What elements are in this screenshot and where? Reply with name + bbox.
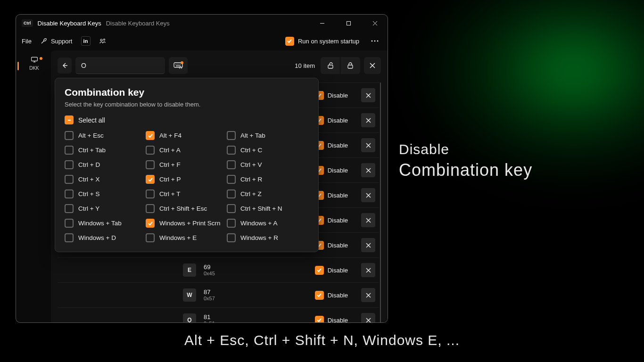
checkbox-unchecked-icon (227, 189, 236, 198)
key-hex: 0x51 (204, 321, 246, 323)
combo-label: Windows + Print Scrn (159, 220, 220, 227)
svg-point-14 (180, 64, 181, 65)
svg-point-13 (178, 64, 179, 65)
combo-item[interactable]: Windows + R (227, 233, 308, 242)
combo-item[interactable]: Ctrl + Z (227, 189, 308, 198)
side-line1: Disable (399, 141, 532, 157)
row-close-button[interactable] (361, 263, 375, 277)
back-button[interactable] (58, 58, 72, 74)
clear-button[interactable] (364, 57, 381, 74)
combo-label: Ctrl + V (240, 161, 262, 168)
row-close-button[interactable] (361, 288, 375, 302)
checkbox-checked-icon (315, 266, 324, 275)
combo-item[interactable]: Ctrl + P (146, 175, 227, 184)
row-close-button[interactable] (361, 213, 375, 227)
disable-toggle[interactable]: Disable (315, 91, 348, 100)
key-info: 810x51 (204, 313, 246, 323)
combo-item[interactable]: Alt + Tab (227, 131, 308, 140)
disable-toggle[interactable]: Disable (315, 116, 348, 125)
key-code: 87 (204, 288, 246, 296)
row-close-button[interactable] (361, 163, 375, 177)
disable-toggle[interactable]: Disable (315, 216, 348, 225)
combo-item[interactable]: Ctrl + T (146, 189, 227, 198)
menu-file[interactable]: File (22, 38, 32, 45)
key-hex: 0x45 (204, 271, 246, 277)
combo-item[interactable]: Ctrl + Tab (65, 146, 146, 155)
window-title: Disable Keyboard Keys (38, 20, 101, 27)
disable-toggle[interactable]: Disable (315, 266, 348, 275)
checkbox-unchecked-icon (65, 204, 74, 213)
disable-toggle[interactable]: Disable (315, 141, 348, 150)
more-button[interactable] (368, 34, 382, 48)
checkbox-indeterminate-icon (65, 115, 74, 124)
menu-support[interactable]: Support (40, 37, 73, 45)
combo-item[interactable]: Windows + Print Scrn (146, 219, 227, 228)
checkbox-unchecked-icon (146, 146, 155, 155)
row-close-button[interactable] (361, 138, 375, 152)
marketing-bottom-text: Alt + Esc, Ctrl + Shift + N, Windows E, … (0, 332, 644, 348)
combo-item[interactable]: Ctrl + R (227, 175, 308, 184)
sidebar-item-dkk[interactable]: DKK (17, 56, 51, 71)
row-close-button[interactable] (361, 88, 375, 102)
combo-label: Windows + R (240, 234, 278, 241)
search-value: O (81, 62, 86, 69)
combo-label: Alt + F4 (159, 132, 182, 139)
combo-item[interactable]: Ctrl + X (65, 175, 146, 184)
svg-point-8 (377, 41, 379, 42)
combo-item[interactable]: Ctrl + Shift + N (227, 204, 308, 213)
combo-item[interactable]: Alt + F4 (146, 131, 227, 140)
disable-toggle[interactable]: Disable (315, 166, 348, 175)
combo-item[interactable]: Ctrl + D (65, 160, 146, 169)
keyboard-settings-button[interactable] (169, 57, 188, 74)
checkbox-unchecked-icon (227, 146, 236, 155)
combo-item[interactable]: Ctrl + Y (65, 204, 146, 213)
svg-point-5 (103, 39, 105, 41)
svg-point-7 (374, 41, 376, 42)
combo-item[interactable]: Windows + D (65, 233, 146, 242)
search-input[interactable]: O (75, 57, 165, 74)
disable-toggle[interactable]: Disable (315, 291, 348, 300)
key-info: 690x45 (204, 263, 246, 277)
table-row: W870x57Disable (58, 283, 379, 308)
toolbar: O 10 item (58, 57, 381, 74)
combo-item[interactable]: Windows + Tab (65, 219, 146, 228)
select-all-toggle[interactable]: Select all (65, 115, 309, 124)
linkedin-icon[interactable]: in (81, 36, 91, 46)
disable-toggle[interactable]: Disable (315, 241, 348, 250)
popup-title: Combination key (65, 87, 309, 98)
disable-toggle[interactable]: Disable (315, 316, 348, 323)
combo-item[interactable]: Ctrl + S (65, 189, 146, 198)
combo-item[interactable]: Windows + E (146, 233, 227, 242)
combo-item[interactable]: Ctrl + V (227, 160, 308, 169)
window-subtitle: Disable Keyboard Keys (106, 20, 170, 27)
maximize-button[interactable] (338, 16, 359, 31)
combo-item[interactable]: Ctrl + F (146, 160, 227, 169)
combo-label: Windows + E (159, 234, 197, 241)
close-button[interactable] (364, 16, 386, 31)
checkbox-unchecked-icon (227, 175, 236, 184)
row-close-button[interactable] (361, 188, 375, 202)
svg-rect-15 (176, 66, 181, 66)
combo-item[interactable]: Ctrl + C (227, 146, 308, 155)
svg-rect-17 (328, 65, 333, 68)
lock-button[interactable] (340, 57, 360, 74)
svg-point-16 (180, 67, 182, 69)
row-close-button[interactable] (361, 313, 375, 323)
checkbox-unchecked-icon (227, 233, 236, 242)
combo-label: Windows + D (78, 234, 116, 241)
disable-toggle[interactable]: Disable (315, 191, 348, 200)
run-on-startup-toggle[interactable]: Run on system startup (285, 37, 359, 46)
combo-item[interactable]: Alt + Esc (65, 131, 146, 140)
row-close-button[interactable] (361, 238, 375, 252)
combo-item[interactable]: Windows + A (227, 219, 308, 228)
side-line2: Combination key (399, 160, 532, 180)
menu-share[interactable] (99, 37, 107, 45)
unlock-button[interactable] (321, 57, 340, 74)
row-close-button[interactable] (361, 113, 375, 127)
table-row: E690x45Disable (58, 258, 379, 283)
minimize-button[interactable] (311, 16, 333, 31)
combo-label: Ctrl + A (159, 147, 181, 154)
combo-item[interactable]: Ctrl + A (146, 146, 227, 155)
disable-label: Disable (328, 167, 348, 174)
combo-item[interactable]: Ctrl + Shift + Esc (146, 204, 227, 213)
